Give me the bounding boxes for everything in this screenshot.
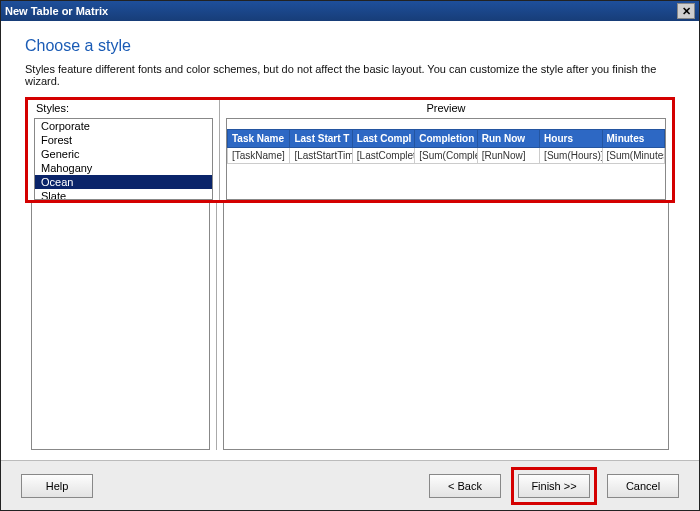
lower-body — [25, 203, 675, 450]
col-last-compl: Last Compl — [352, 130, 414, 148]
style-item-mahogany[interactable]: Mahogany — [35, 161, 212, 175]
style-item-corporate[interactable]: Corporate — [35, 119, 212, 133]
cell-task-name: [TaskName] — [228, 148, 290, 164]
cell-last-compl: [LastCompletion — [352, 148, 414, 164]
col-task-name: Task Name — [228, 130, 290, 148]
cell-completion: [Sum(Completio — [415, 148, 477, 164]
style-item-forest[interactable]: Forest — [35, 133, 212, 147]
styles-listbox-lower — [31, 203, 210, 450]
styles-label: Styles: — [28, 100, 219, 116]
preview-data-row: [TaskName] [LastStartTime] [LastCompleti… — [228, 148, 665, 164]
button-bar: Help < Back Finish >> Cancel — [1, 460, 699, 510]
cell-last-start: [LastStartTime] — [290, 148, 352, 164]
page-heading: Choose a style — [25, 37, 675, 55]
styles-listbox[interactable]: Corporate Forest Generic Mahogany Ocean … — [34, 118, 213, 200]
titlebar: New Table or Matrix ✕ — [1, 1, 699, 21]
style-item-slate[interactable]: Slate — [35, 189, 212, 200]
cancel-button[interactable]: Cancel — [607, 474, 679, 498]
col-hours: Hours — [540, 130, 602, 148]
preview-label: Preview — [220, 100, 672, 116]
finish-highlight: Finish >> — [511, 467, 597, 505]
preview-box-lower — [223, 203, 669, 450]
col-run-now: Run Now — [477, 130, 539, 148]
content-area: Choose a style Styles feature different … — [1, 21, 699, 460]
preview-table: Task Name Last Start T Last Compl Comple… — [227, 129, 665, 164]
wizard-window: New Table or Matrix ✕ Choose a style Sty… — [0, 0, 700, 511]
nav-button-group: < Back Finish >> Cancel — [429, 467, 679, 505]
back-button[interactable]: < Back — [429, 474, 501, 498]
cell-run-now: [RunNow] — [477, 148, 539, 164]
finish-button[interactable]: Finish >> — [518, 474, 590, 498]
styles-column: Styles: Corporate Forest Generic Mahogan… — [28, 100, 220, 200]
col-minutes: Minutes — [602, 130, 664, 148]
col-completion: Completion — [415, 130, 477, 148]
window-title: New Table or Matrix — [5, 5, 677, 17]
preview-header-row: Task Name Last Start T Last Compl Comple… — [228, 130, 665, 148]
page-description: Styles feature different fonts and color… — [25, 63, 675, 87]
cell-minutes: [Sum(Minutes)] — [602, 148, 664, 164]
help-button[interactable]: Help — [21, 474, 93, 498]
close-icon[interactable]: ✕ — [677, 3, 695, 19]
style-selection-highlight: Styles: Corporate Forest Generic Mahogan… — [25, 97, 675, 203]
style-item-generic[interactable]: Generic — [35, 147, 212, 161]
preview-box: Task Name Last Start T Last Compl Comple… — [226, 118, 666, 200]
cell-hours: [Sum(Hours)] — [540, 148, 602, 164]
style-item-ocean[interactable]: Ocean — [35, 175, 212, 189]
styles-column-lower — [25, 203, 217, 450]
preview-column: Preview Task Name Last Start T Last Comp… — [220, 100, 672, 200]
col-last-start: Last Start T — [290, 130, 352, 148]
preview-column-lower — [217, 203, 675, 450]
